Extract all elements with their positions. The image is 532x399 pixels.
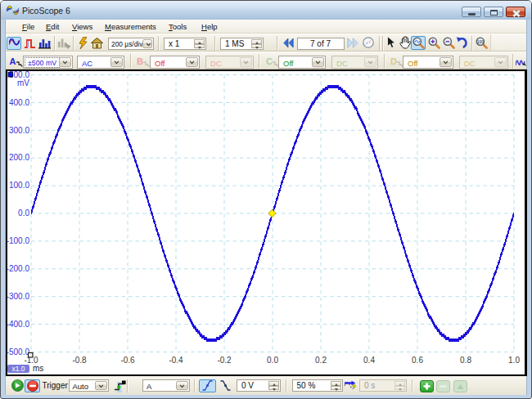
svg-text:-200.0: -200.0 (7, 264, 29, 273)
svg-text:400.0: 400.0 (9, 98, 29, 107)
svg-text:-300.0: -300.0 (7, 292, 29, 301)
svg-text:mV: mV (17, 78, 29, 87)
svg-text:100: 100 (477, 39, 485, 44)
svg-text:0.8: 0.8 (460, 356, 471, 365)
svg-text:0.0: 0.0 (267, 356, 278, 365)
svg-text:0.0: 0.0 (18, 208, 29, 217)
svg-text:100.0: 100.0 (9, 181, 29, 190)
svg-text:1.0: 1.0 (508, 356, 520, 365)
svg-text:300.0: 300.0 (9, 126, 29, 135)
svg-text:ms: ms (33, 364, 43, 373)
svg-text:-0.2: -0.2 (217, 356, 232, 365)
svg-text:-0.6: -0.6 (120, 356, 135, 365)
svg-text:-400.0: -400.0 (7, 320, 29, 329)
svg-text:0.4: 0.4 (363, 356, 375, 365)
svg-text:-0.8: -0.8 (72, 356, 87, 365)
svg-text:200.0: 200.0 (9, 153, 29, 162)
svg-text:0.2: 0.2 (315, 356, 327, 365)
svg-text:0.6: 0.6 (412, 356, 423, 365)
svg-text:-0.4: -0.4 (169, 356, 183, 365)
svg-text:x1.0: x1.0 (11, 365, 25, 373)
svg-text:-100.0: -100.0 (7, 236, 29, 245)
